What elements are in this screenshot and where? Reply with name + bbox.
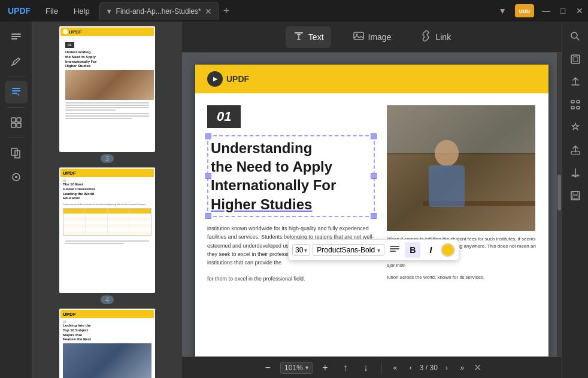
selection-handle-tl[interactable] [205,133,211,139]
selection-handle-tr[interactable] [371,133,377,139]
selection-handle-br[interactable] [371,213,377,219]
pdf-photo-svg [387,105,535,231]
svg-rect-33 [577,106,580,109]
active-tab[interactable]: ▼ Find-and-Ap...her-Studies* ✕ [99,2,219,20]
italic-label: I [429,245,432,255]
convert-tool-button[interactable] [5,142,28,164]
scroll-up-button[interactable]: ↑ [338,360,353,376]
download-right-button[interactable] [565,163,586,183]
next-page-button[interactable]: › [440,361,453,374]
text-color-button[interactable] [441,243,455,257]
maximize-button[interactable]: □ [554,2,571,19]
thumb3-photo [65,70,154,100]
pdf-page-header: ▶ UPDF [195,65,548,93]
help-menu[interactable]: Help [66,4,97,18]
tab-list-icon[interactable]: ▼ [493,6,511,16]
svg-rect-28 [571,55,580,63]
last-page-button[interactable]: » [456,361,469,374]
edit-tool-button[interactable] [5,81,28,103]
svg-rect-15 [297,39,301,40]
thumb4-text [63,238,151,246]
thumb3-text [63,100,151,121]
selection-handle-bl[interactable] [205,213,211,219]
bold-button[interactable]: B [405,242,420,258]
main-area: UPDF 01 Understandingthe Need to ApplyIn… [0,22,588,378]
link-tool-label: Link [435,32,451,42]
zoom-in-button[interactable]: + [317,360,333,376]
scrollbar-track[interactable] [557,53,562,356]
prev-page-button[interactable]: ‹ [404,361,417,374]
zoom-level-display[interactable]: 101% ▾ [280,362,313,374]
file-menu[interactable]: File [38,4,65,18]
font-size-input[interactable]: 30 ▾ [292,244,310,256]
svg-rect-30 [571,100,574,103]
thumbnail-page-5[interactable]: UPDF 03 Looking Into theTop 10 SubjectMa… [37,309,177,378]
text-tool-button[interactable]: Text [286,26,331,48]
svg-rect-2 [11,38,17,39]
menu-bar: File Help [38,4,97,18]
font-name-value: ProductSans-Bold [317,246,375,254]
image-tool-button[interactable]: Image [345,26,399,48]
app-logo: UPDF [0,6,38,16]
organize-tool-button[interactable] [5,111,28,134]
align-button[interactable] [387,242,402,258]
zoom-out-button[interactable]: − [260,360,275,376]
svg-rect-31 [577,100,580,103]
page-separator: / [426,364,430,372]
text-selection-box[interactable]: Understanding the Need to Apply Internat… [207,135,375,217]
zoom-value: 101% [284,364,303,372]
content-area: Text Image Link [182,22,562,378]
pdf-main-heading: Understanding the Need to Apply Internat… [211,139,371,214]
thumb3-header: UPDF [60,28,154,36]
annotate-tool-button[interactable] [5,50,28,73]
minimize-button[interactable]: — [538,2,554,19]
font-name-dropdown[interactable]: ProductSans-Bold ▾ [313,244,384,256]
pdf-logo-circle: ▶ [207,71,223,87]
svg-rect-3 [12,88,20,89]
tab-close-icon[interactable]: ✕ [205,7,212,16]
first-page-button[interactable]: « [389,361,402,374]
page-navigation: « ‹ 3 / 30 › » ✕ [389,361,484,374]
save-right-button[interactable] [565,185,586,206]
pdf-viewer[interactable]: ▶ UPDF 01 [182,53,562,356]
svg-rect-25 [390,248,399,249]
scroll-down-button[interactable]: ↓ [358,360,374,376]
svg-rect-5 [12,93,17,94]
scan-right-button[interactable] [565,94,586,115]
thumbnail-page-4[interactable]: UPDF 02 The 10 BestGlobal UniversitiesLe… [37,167,177,304]
pdf-body-text-2: for them to excel in the professional fi… [207,275,375,283]
zoom-dropdown-icon[interactable]: ▾ [305,364,308,371]
thumb4-table [63,208,151,236]
thumbnail-page-3[interactable]: UPDF 01 Understandingthe Need to ApplyIn… [37,26,177,163]
svg-rect-23 [429,165,465,207]
tool-separator-3 [7,138,25,138]
tool-separator-2 [7,107,25,108]
ocr-tool-button[interactable] [5,166,28,188]
ocr-right-button[interactable] [565,49,586,69]
font-size-dropdown-icon[interactable]: ▾ [304,247,307,254]
image-tool-icon [353,30,365,44]
bold-label: B [410,245,416,255]
format-toolbar: 30 ▾ ProductSans-Bold ▾ B I [288,239,459,261]
new-tab-button[interactable]: + [219,5,235,17]
nav-close-button[interactable]: ✕ [471,362,484,373]
selection-handle-mr[interactable] [371,173,377,179]
close-button[interactable]: ✕ [571,2,588,19]
svg-rect-0 [11,33,21,35]
export-right-button[interactable] [565,72,586,92]
font-size-value: 30 [295,246,303,254]
svg-rect-29 [573,57,578,62]
svg-point-17 [356,33,357,35]
italic-button[interactable]: I [423,242,438,258]
share-right-button[interactable] [565,140,586,160]
selection-handle-ml[interactable] [205,173,211,179]
svg-point-22 [435,140,459,166]
scrollbar-thumb[interactable] [557,175,561,211]
current-page-display: 3 / 30 [420,364,438,372]
svg-rect-1 [11,36,21,37]
thumb4-header: UPDF [60,169,154,177]
search-right-button[interactable] [565,26,586,47]
link-tool-button[interactable]: Link [413,26,458,48]
ai-right-button[interactable] [565,117,586,138]
reader-tool-button[interactable] [5,26,28,49]
